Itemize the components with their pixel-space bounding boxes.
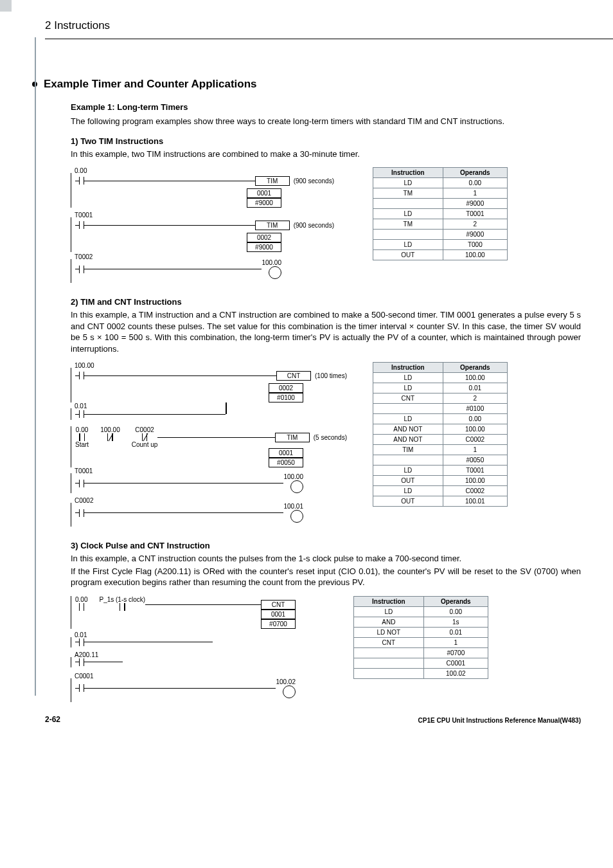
cell: AND NOT [373,435,443,445]
instr-box: #9000 [247,242,281,252]
instr-box: #0700 [261,619,296,629]
cell: CNT [354,637,424,647]
cell: #9000 [443,230,507,240]
ladder-1: 0.00 TIM (900 seconds) 0001 [71,167,334,283]
cell: TM [373,219,443,230]
instr-box: 0001 [269,448,303,458]
cell [373,230,443,240]
note: (5 seconds) [314,434,347,441]
cell: 2 [443,393,507,404]
cell: LD [373,486,443,496]
cell: T0001 [443,466,507,476]
cell: TM [373,188,443,199]
cell: 100.01 [443,496,507,507]
cell [373,404,443,414]
sidebar-tab [0,0,12,12]
cell: 1 [443,188,507,199]
no-contact [79,658,84,666]
no-contact [79,480,84,487]
no-contact [79,221,84,229]
cell: 0.00 [443,414,507,424]
doc-title-footer: CP1E CPU Unit Instructions Reference Man… [418,717,581,724]
mnemonic-table-1: Instruction Operands LD0.00 TM1 #9000 LD… [373,167,508,260]
cell: 0.00 [423,606,488,617]
no-contact [79,372,84,379]
cell [373,455,443,466]
nc-contact [107,433,112,441]
instr-box: #0050 [269,458,303,467]
sub3-text1: In this example, a CNT instruction count… [71,553,581,565]
instr-box: TIM [255,221,290,230]
cell: C0002 [443,435,507,445]
coil-label: 100.00 [283,473,303,480]
coil-label: 100.02 [276,678,296,685]
cell: #0700 [423,647,488,658]
coil-label: 100.01 [283,503,303,510]
ladder-2: 100.00 CNT (100 times) 0002 [71,362,347,527]
cell: TIM [373,445,443,455]
cell: 1 [443,445,507,455]
cell [354,647,424,658]
no-contact [79,266,84,273]
page: 2 Instructions Example Timer and Counter… [0,0,613,715]
ladder-3: 0.00 P_1s (1-s clock) CNT 0001 [71,596,296,702]
output-coil [283,685,296,698]
cell: LD NOT [354,627,424,637]
instr-box: 0001 [261,610,296,619]
cell: LD [373,373,443,383]
th-operands: Operands [443,168,507,178]
contact-sublabel: Start [75,441,89,448]
cell: 1 [423,637,488,647]
th-operands: Operands [423,596,488,606]
cell: 1s [423,617,488,627]
no-contact [120,603,125,611]
cell: AND NOT [373,424,443,435]
cell: CNT [373,393,443,404]
section-heading-text: Example Timer and Counter Applications [44,78,257,91]
cell: 100.00 [443,373,507,383]
diagram-2: 100.00 CNT (100 times) 0002 [71,362,581,527]
section-heading: Example Timer and Counter Applications [32,78,581,91]
contact-sublabel: Count up [132,441,158,448]
coil-label: 100.00 [262,259,281,266]
running-head-rule [45,39,613,39]
note: (900 seconds) [294,177,334,185]
running-head: 2 Instructions [45,19,581,33]
cell: 2 [443,219,507,230]
cell: LD [373,383,443,393]
th-instruction: Instruction [373,168,443,178]
cell: OUT [373,496,443,507]
example1-intro: The following program examples show thre… [71,116,581,127]
cell: 100.00 [443,250,507,260]
instr-box: TIM [275,433,310,442]
th-instruction: Instruction [373,363,443,373]
cell: 0.00 [443,178,507,188]
output-coil [290,480,303,493]
cell: OUT [373,476,443,486]
cell [354,658,424,668]
output-coil [290,510,303,523]
cell: AND [354,617,424,627]
cell [373,199,443,209]
instr-box: 0002 [247,233,281,242]
cell: LD [354,606,424,617]
cell: #9000 [443,199,507,209]
no-contact [79,433,84,441]
th-instruction: Instruction [354,596,424,606]
diagram-3: 0.00 P_1s (1-s clock) CNT 0001 [71,596,581,702]
instr-box: 0001 [247,188,281,198]
output-coil [269,266,281,279]
cell: C0002 [443,486,507,496]
cell: #0100 [443,404,507,414]
note: (100 times) [315,372,347,379]
sub3-text2: If the First Cycle Flag (A200.11) is ORe… [71,566,581,588]
sub2-title: 2) TIM and CNT Instructions [71,297,581,307]
instr-box: #0100 [269,393,303,402]
contact-label: 0.00 [75,596,87,603]
page-number: 2-62 [45,715,60,724]
cell: LD [373,414,443,424]
no-contact [79,603,84,611]
page-footer: 2-62 CP1E CPU Unit Instructions Referenc… [0,715,613,730]
cell: T0001 [443,209,507,219]
no-contact [79,638,84,646]
